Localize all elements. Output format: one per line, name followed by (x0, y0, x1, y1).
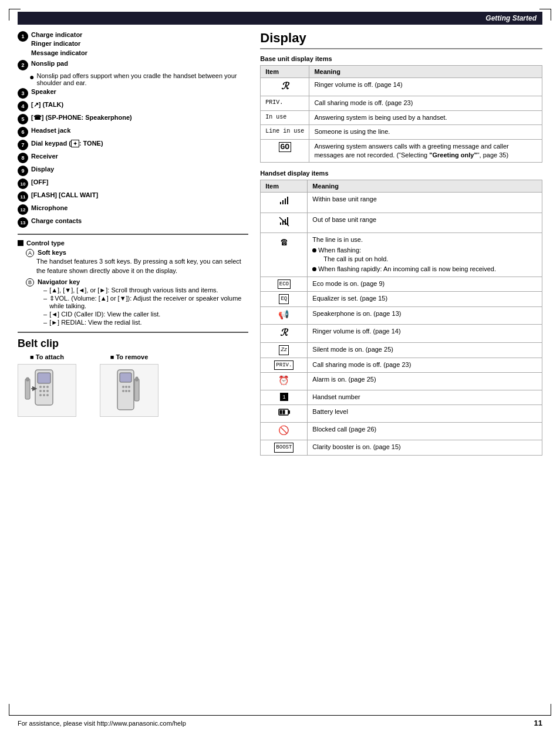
handset-meaning-14: Clarity booster is on. (page 15) (308, 440, 542, 456)
item-text-6: Headset jack (31, 126, 248, 135)
handset-meaning-11: Handset number (308, 390, 542, 404)
handset-row-2: Out of base unit range (261, 213, 542, 232)
svg-point-7 (46, 390, 49, 392)
handset-sym-8: Zz (261, 343, 308, 358)
svg-rect-21 (134, 379, 139, 401)
main-content: 1 Charge indicator Ringer indicator Mess… (18, 31, 542, 463)
svg-rect-14 (120, 373, 131, 382)
handset-meaning-4: Eco mode is on. (page 9) (308, 277, 542, 292)
corner-mark-tr (539, 9, 551, 21)
item-2-bullet: ● Nonslip pad offers support when you cr… (29, 72, 248, 86)
section-divider-2 (18, 332, 248, 333)
handset-row-1: Within base unit range (261, 193, 542, 213)
item-text-8: Receiver (31, 152, 248, 161)
handset-meaning-10: Alarm is on. (page 25) (308, 373, 542, 390)
handset-col-meaning: Meaning (308, 180, 542, 193)
handset-row-13: 🚫 Blocked call (page 26) (261, 423, 542, 440)
item-2: 2 Nonslip pad (18, 59, 248, 70)
item-number-3: 3 (18, 88, 28, 99)
base-unit-meaning-5: Answering system answers calls with a gr… (309, 139, 542, 163)
handset-meaning-3: The line is in use. When flashing: The c… (308, 233, 542, 277)
base-unit-row-1: ℛ Ringer volume is off. (page 14) (261, 78, 542, 96)
belt-clip-attach-img (18, 364, 76, 417)
boost-symbol: BOOST (274, 443, 294, 453)
belt-clip-attach-label: ■ To attach (18, 353, 76, 360)
handset-meaning-13: Blocked call (page 26) (308, 423, 542, 440)
item-12: 12 Microphone (18, 204, 248, 215)
corner-mark-bl (9, 704, 21, 716)
bullet-hold (312, 248, 316, 252)
item-number-4: 4 (18, 101, 28, 112)
belt-clip-title: Belt clip (18, 338, 248, 350)
base-unit-meaning-1: Ringer volume is off. (page 14) (309, 78, 542, 96)
svg-point-3 (43, 386, 45, 388)
page-number: 11 (534, 719, 542, 727)
base-unit-sym-3: In use (261, 110, 309, 124)
item-1: 1 Charge indicator Ringer indicator Mess… (18, 31, 248, 58)
incoming-text: When flashing rapidly: An incoming call … (318, 265, 496, 274)
item-text-10: [OFF] (31, 178, 248, 187)
svg-point-18 (122, 390, 124, 392)
svg-point-15 (122, 386, 124, 388)
belt-clip-attach-col: ■ To attach (18, 353, 76, 417)
item-2-bullet-text: Nonslip pad offers support when you crad… (36, 72, 248, 86)
handset-row-7: ℛ Ringer volume is off. (page 14) (261, 324, 542, 342)
handset-meaning-6: Speakerphone is on. (page 13) (308, 306, 542, 324)
svg-point-10 (46, 394, 49, 396)
belt-clip-remove-col: ■ To remove (100, 353, 158, 417)
circle-b: B (26, 278, 34, 286)
base-unit-table: Item Meaning ℛ Ringer volume is off. (pa… (260, 65, 542, 163)
belt-clip-remove-svg (106, 367, 153, 414)
base-unit-row-2: PRIV. Call sharing mode is off. (page 23… (261, 96, 542, 110)
soft-keys-text: The handset features 3 soft keys. By pre… (36, 257, 248, 275)
item-6: 6 Headset jack (18, 126, 248, 137)
handset-row-4: ECO Eco mode is on. (page 9) (261, 277, 542, 292)
header-banner-text: Getting Started (485, 14, 537, 22)
nav-item-3: – [◄] CID (Caller ID): View the caller l… (43, 311, 248, 318)
belt-clip-remove-img (100, 364, 158, 417)
base-unit-sym-5: GO (261, 139, 309, 163)
section-divider-1 (18, 234, 248, 235)
handset-sym-5: EQ (261, 292, 308, 307)
handset-meaning-2: Out of base unit range (308, 213, 542, 232)
eq-symbol: EQ (279, 294, 289, 304)
handset-meaning-9: Call sharing mode is off. (page 23) (308, 358, 542, 373)
item-text-9: Display (31, 165, 248, 174)
footer: For assistance, please visit http://www.… (18, 715, 542, 727)
svg-rect-22 (136, 377, 138, 381)
item-text-12: Microphone (31, 204, 248, 213)
handset-row-11: 1 Handset number (261, 390, 542, 404)
item-5: 5 [☎] (SP-PHONE: Speakerphone) (18, 113, 248, 124)
page: Getting Started 1 Charge indicator Ringe… (0, 0, 560, 745)
item-4: 4 [↗] (TALK) (18, 100, 248, 112)
soft-keys-title: Soft keys (38, 249, 66, 256)
battery-icon (278, 407, 290, 417)
svg-rect-12 (26, 377, 29, 381)
circle-a: A (26, 249, 34, 257)
base-unit-row-4: Line in use Someone is using the line. (261, 125, 542, 139)
eco-symbol: ECO (278, 279, 291, 289)
item-text-1: Charge indicator Ringer indicator Messag… (31, 31, 248, 58)
header-banner: Getting Started (18, 12, 542, 25)
base-unit-meaning-4: Someone is using the line. (309, 125, 542, 139)
handset-sym-2 (261, 213, 308, 232)
svg-point-4 (46, 386, 49, 388)
handset-sym-11: 1 (261, 390, 308, 404)
item-number-6: 6 (18, 127, 28, 137)
nav-item-2: – ⇕VOL. (Volume: [▲] or [▼]): Adjust the… (43, 295, 248, 309)
signal-full-icon (278, 195, 290, 207)
svg-rect-33 (288, 410, 290, 414)
navigator-key-header: B Navigator key (26, 278, 248, 286)
item-number-11: 11 (18, 191, 28, 202)
svg-point-19 (125, 390, 127, 392)
item-8: 8 Receiver (18, 152, 248, 163)
svg-rect-11 (25, 379, 30, 399)
item-number-7: 7 (18, 140, 28, 150)
item-text-13: Charge contacts (31, 217, 248, 225)
priv-symbol: PRIV. (274, 360, 294, 370)
handset-sym-14: BOOST (261, 440, 308, 456)
item-3: 3 Speaker (18, 87, 248, 99)
base-unit-meaning-2: Call sharing mode is off. (page 23) (309, 96, 542, 110)
control-type-header: Control type (26, 240, 65, 247)
item-9: 9 Display (18, 165, 248, 176)
